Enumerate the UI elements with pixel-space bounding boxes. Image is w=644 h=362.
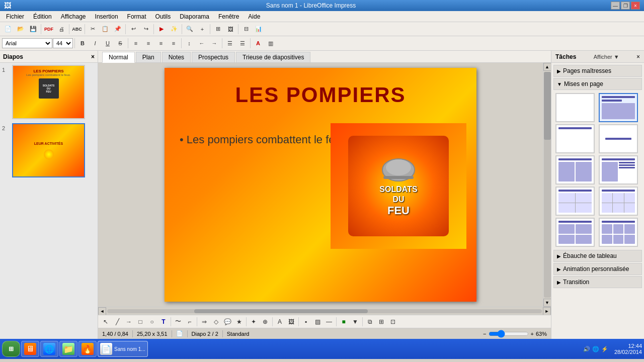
tab-normal[interactable]: Normal [102, 52, 135, 63]
fontwork-tool[interactable]: A [274, 316, 285, 327]
zoom-slider[interactable] [489, 330, 529, 338]
indent-less[interactable]: ← [196, 38, 208, 49]
undo-button[interactable]: ↩ [127, 24, 139, 35]
star-tool[interactable]: ★ [233, 316, 245, 327]
bold-button[interactable]: B [76, 38, 89, 49]
zoom-in[interactable]: + [196, 24, 208, 35]
tab-plan[interactable]: Plan [136, 52, 161, 62]
open-button[interactable]: 📂 [15, 24, 27, 35]
fill-color-btn[interactable]: ■ [338, 316, 349, 327]
para-spacing[interactable]: ↕ [183, 38, 195, 49]
vscroll-track[interactable] [544, 72, 551, 298]
scroll-left-button[interactable]: ◄ [98, 307, 106, 315]
copy-button[interactable]: 📋 [99, 24, 111, 35]
point-edit[interactable]: ✦ [248, 316, 259, 327]
flowchart-tool[interactable]: ◇ [210, 316, 221, 327]
gluepoint-tool[interactable]: ⊕ [260, 316, 271, 327]
redo-button[interactable]: ↪ [140, 24, 152, 35]
group-btn[interactable]: ⊞ [376, 316, 387, 327]
new-button[interactable]: 📄 [2, 24, 14, 35]
taskbar-app-5[interactable]: 📄 Sans nom 1... [98, 341, 148, 357]
num-list-btn[interactable]: ☰ [236, 38, 249, 49]
menu-edition[interactable]: Édition [29, 12, 56, 21]
font-size-selector[interactable]: 4444 [53, 38, 73, 48]
start-button[interactable]: ⊞ [2, 341, 20, 357]
menu-format[interactable]: Format [123, 12, 150, 21]
callout-tool[interactable]: 💬 [222, 316, 233, 327]
list-btn[interactable]: ☰ [224, 38, 236, 49]
taskbar-app-3[interactable]: 📁 [59, 341, 77, 357]
animate-button[interactable]: ✨ [168, 24, 180, 35]
hscroll-thumb[interactable] [194, 309, 368, 313]
tasks-afficher[interactable]: Afficher ▼ [594, 54, 619, 60]
menu-outils[interactable]: Outils [151, 12, 175, 21]
layout-title-content[interactable] [599, 93, 638, 122]
ebauche-header[interactable]: ▶ Ébauche de tableau [553, 250, 642, 262]
slide-thumbnail-1[interactable]: 1 LES POMPIERS Les pompiers combattent l… [2, 65, 96, 119]
connector-tool[interactable]: ⌐ [184, 316, 195, 327]
view-btn[interactable]: ⊞ [212, 24, 224, 35]
curve-tool[interactable]: 〜 [173, 316, 184, 327]
layout-centered[interactable] [599, 124, 638, 153]
insert-from-file[interactable]: 🖼 [286, 316, 297, 327]
animation-header[interactable]: ▶ Animation personnalisée [553, 263, 642, 275]
cut-button[interactable]: ✂ [87, 24, 99, 35]
paste-button[interactable]: 📌 [112, 24, 124, 35]
save-button[interactable]: 💾 [27, 24, 39, 35]
slide-image[interactable]: SOLDATS DU FEU [331, 123, 466, 249]
align-justify[interactable]: ≡ [168, 38, 180, 49]
menu-aide[interactable]: Aide [244, 12, 264, 21]
zoom-button[interactable]: 🔍 [184, 24, 196, 35]
close-button[interactable]: × [631, 2, 640, 10]
maximize-button[interactable]: ❐ [621, 2, 630, 10]
taskbar-app-1[interactable]: 🖥 [21, 341, 39, 357]
layout-content-text[interactable] [599, 155, 638, 185]
spellcheck-button[interactable]: ABC [71, 24, 83, 35]
vscroll-thumb[interactable] [544, 72, 551, 140]
layout-two-content[interactable] [555, 155, 595, 185]
arrow-tool[interactable]: → [123, 316, 134, 327]
menu-insertion[interactable]: Insertion [91, 12, 122, 21]
font-color[interactable]: A [252, 38, 264, 49]
slides-panel-close[interactable]: × [91, 53, 95, 60]
taskbar-app-2[interactable]: 🌐 [40, 341, 58, 357]
indent-more[interactable]: → [208, 38, 220, 49]
layout-table[interactable] [555, 187, 595, 216]
minimize-button[interactable]: — [611, 2, 620, 10]
area-btn[interactable]: ▨ [312, 316, 323, 327]
layout-six-content[interactable] [599, 218, 638, 247]
tasks-close-icon[interactable]: × [636, 53, 640, 60]
scroll-up-button[interactable]: ▲ [543, 63, 551, 71]
ellipse-tool[interactable]: ○ [146, 316, 157, 327]
pdf-button[interactable]: PDF [43, 24, 55, 35]
layout-four-content[interactable] [555, 218, 595, 247]
tab-trieuse[interactable]: Trieuse de diapositives [236, 52, 310, 62]
scroll-right-button[interactable]: ► [543, 307, 551, 315]
transition-header[interactable]: ▶ Transition [553, 276, 642, 288]
start-show-button[interactable]: ▶ [155, 24, 168, 35]
menu-fichier[interactable]: Fichier [2, 12, 28, 21]
align-right[interactable]: ≡ [155, 38, 167, 49]
menu-fenetre[interactable]: Fenêtre [214, 12, 243, 21]
line-tool[interactable]: ╱ [112, 316, 123, 327]
scroll-down-button[interactable]: ▼ [543, 299, 551, 307]
table-btn[interactable]: ⊟ [240, 24, 252, 35]
menu-diaporama[interactable]: Diaporama [176, 12, 213, 21]
display-grid-btn[interactable]: ⊡ [387, 316, 398, 327]
line-color-btn[interactable]: — [324, 316, 335, 327]
align-center[interactable]: ≡ [142, 38, 154, 49]
pages-maitresses-header[interactable]: ▶ Pages maîtresses [553, 65, 642, 77]
layout-big-table[interactable] [599, 187, 638, 216]
insert-pic[interactable]: 🖼 [224, 24, 236, 35]
mises-en-page-header[interactable]: ▼ Mises en page [553, 78, 642, 90]
vertical-scrollbar[interactable]: ▲ ▼ [543, 63, 551, 307]
clock[interactable]: 12:44 28/02/2014 [614, 343, 642, 355]
horizontal-scrollbar[interactable]: ◄ ► [98, 307, 551, 315]
shadow-btn[interactable]: ▪ [300, 316, 311, 327]
block-arrow-tool[interactable]: ⇒ [199, 316, 210, 327]
taskbar-app-4[interactable]: 🔥 [78, 341, 97, 357]
arrange-btn[interactable]: ⧉ [364, 316, 375, 327]
fill-color-drop[interactable]: ▼ [350, 316, 361, 327]
slide-thumbnail-2[interactable]: 2 LEUR ACTIVITÉS [2, 123, 96, 177]
highlight-color[interactable]: ▥ [265, 38, 277, 49]
